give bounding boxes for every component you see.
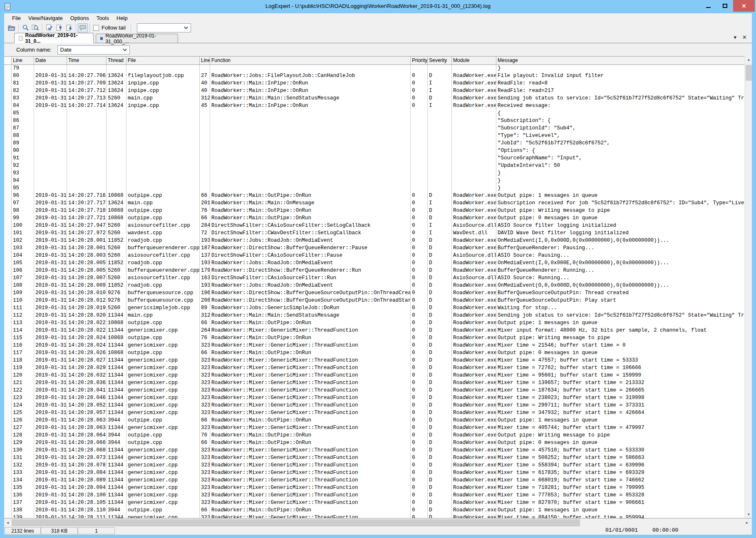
table-row[interactable]: 94}: [4, 177, 744, 185]
cell-function[interactable]: RoadWorker::Mixer::GenericMixer::ThreadF…: [210, 462, 411, 469]
cell-function[interactable]: DirectShowFilter::CAsioSourceFilter::Set…: [210, 222, 411, 230]
table-row[interactable]: 1162019-01-3114:20:28.02411344genericmix…: [4, 342, 744, 350]
cell-severity[interactable]: D: [428, 282, 452, 290]
cell-severity[interactable]: D: [428, 477, 452, 484]
cell-line2[interactable]: 45: [200, 102, 210, 110]
cell-date[interactable]: [34, 162, 67, 170]
table-row[interactable]: 93}: [4, 170, 744, 177]
cell-message[interactable]: Mixer time = 777853; buffer start time =…: [496, 492, 744, 499]
cell-line2[interactable]: 187: [200, 245, 210, 252]
cell-message[interactable]: }: [496, 170, 744, 177]
cell-line2[interactable]: [200, 140, 210, 147]
cell-module[interactable]: RoadWorker.exe: [452, 207, 496, 215]
search-file-button[interactable]: [30, 23, 40, 32]
cell-priority[interactable]: 0: [411, 305, 428, 312]
cell-line[interactable]: 121: [12, 379, 34, 387]
cell-function[interactable]: DirectShowFilter::CAsioSourceFilter::Run: [210, 275, 411, 282]
cell-line2[interactable]: 323: [200, 447, 210, 454]
cell-date[interactable]: 2019-01-31: [34, 350, 67, 357]
cell-function[interactable]: RoadWorker::Main::OutPipe::OnRun: [210, 439, 411, 447]
cell-function[interactable]: RoadWorker::DirectShow::BufferQueueSourc…: [210, 290, 411, 297]
cell-message[interactable]: BufferQueueRenderer: Running...: [496, 267, 744, 275]
cell-severity[interactable]: D: [428, 469, 452, 477]
cell-message[interactable]: }: [496, 185, 744, 192]
cell-function[interactable]: RoadWorker::Main::InPipe::OnRun: [210, 102, 411, 110]
cell-line[interactable]: 93: [12, 170, 34, 177]
cell-function[interactable]: RoadWorker::DirectShow::BufferQueueRende…: [210, 245, 411, 252]
cell-time[interactable]: [67, 155, 107, 162]
cell-line[interactable]: 116: [12, 342, 34, 350]
cell-message[interactable]: Output pipe: 1 messages in queue: [496, 417, 744, 424]
cell-date[interactable]: 2019-01-31: [34, 312, 67, 320]
cell-message[interactable]: OnMediaEvent(O,0,0x000D,0(0x00000000),0(…: [496, 282, 744, 290]
cell-time[interactable]: 14:20:28.029: [67, 364, 107, 372]
cell-line[interactable]: 103: [12, 245, 34, 252]
menu-options[interactable]: Options: [67, 14, 93, 22]
cell-line[interactable]: 130: [12, 447, 34, 454]
cell-file[interactable]: genericmixer.cpp: [126, 364, 200, 372]
cell-thread[interactable]: [107, 177, 126, 185]
cell-module[interactable]: RoadWorker.exe: [452, 379, 496, 387]
cell-file[interactable]: roadjob.cpp: [126, 260, 200, 267]
cell-function[interactable]: RoadWorker::Mixer::GenericMixer::ThreadF…: [210, 342, 411, 350]
cell-line2[interactable]: [200, 110, 210, 117]
cell-file[interactable]: bufferqueuesource.cpp: [126, 290, 200, 297]
table-row[interactable]: 86"Subscription": {: [4, 117, 744, 125]
cell-module[interactable]: RoadWorker.exe: [452, 102, 496, 110]
cell-module[interactable]: [452, 125, 496, 132]
cell-priority[interactable]: 0: [411, 417, 428, 424]
cell-line[interactable]: 111: [12, 305, 34, 312]
cell-file[interactable]: bufferqueuerenderer.cpp: [126, 267, 200, 275]
cell-line2[interactable]: 323: [200, 499, 210, 507]
cell-line[interactable]: 90: [12, 147, 34, 155]
cell-line[interactable]: 108: [12, 282, 34, 290]
cell-time[interactable]: 14:20:28.001: [67, 237, 107, 245]
table-row[interactable]: 1112019-01-3114:20:28.0195260genericsimp…: [4, 305, 744, 312]
cell-priority[interactable]: [411, 162, 428, 170]
cell-thread[interactable]: 10868: [107, 215, 126, 222]
cell-module[interactable]: AsioSource.dll: [452, 222, 496, 230]
cell-file[interactable]: genericmixer.cpp: [126, 357, 200, 364]
cell-thread[interactable]: 11344: [107, 402, 126, 409]
cell-function[interactable]: RoadWorker::Mixer::GenericMixer::ThreadF…: [210, 499, 411, 507]
cell-module[interactable]: RoadWorker.exe: [452, 95, 496, 102]
table-row[interactable]: 1152019-01-3114:20:28.02410868outpipe.cp…: [4, 335, 744, 342]
cell-module[interactable]: RoadWorker.exe: [452, 357, 496, 364]
cell-function[interactable]: [210, 132, 411, 140]
cell-line[interactable]: 134: [12, 477, 34, 484]
cell-severity[interactable]: D: [428, 335, 452, 342]
cell-date[interactable]: 2019-01-31: [34, 432, 67, 439]
cell-priority[interactable]: 0: [411, 95, 428, 102]
cell-thread[interactable]: 11344: [107, 312, 126, 320]
cell-line2[interactable]: 284: [200, 222, 210, 230]
cell-time[interactable]: 14:20:27.714: [67, 102, 107, 110]
cell-date[interactable]: 2019-01-31: [34, 462, 67, 469]
cell-date[interactable]: 2019-01-31: [34, 200, 67, 207]
cell-thread[interactable]: 13624: [107, 200, 126, 207]
cell-line[interactable]: 132: [12, 462, 34, 469]
cell-priority[interactable]: 0: [411, 275, 428, 282]
cell-date[interactable]: 2019-01-31: [34, 439, 67, 447]
cell-thread[interactable]: 13624: [107, 80, 126, 87]
cell-line[interactable]: 88: [12, 132, 34, 140]
cell-function[interactable]: RoadWorker::Main::Main::SendStatusMessag…: [210, 95, 411, 102]
cell-priority[interactable]: 0: [411, 252, 428, 260]
cell-module[interactable]: RoadWorker.exe: [452, 447, 496, 454]
cell-function[interactable]: [210, 117, 411, 125]
column-header-priority[interactable]: Priority: [411, 57, 428, 64]
cell-date[interactable]: 2019-01-31: [34, 335, 67, 342]
cell-module[interactable]: RoadWorker.exe: [452, 492, 496, 499]
vertical-scroll-thumb[interactable]: [746, 65, 752, 81]
cell-severity[interactable]: D: [428, 207, 452, 215]
cell-message[interactable]: Mixer time = 238023; buffer start time =…: [496, 394, 744, 402]
cell-thread[interactable]: 11344: [107, 469, 126, 477]
cell-thread[interactable]: 10868: [107, 207, 126, 215]
table-row[interactable]: 1182019-01-3114:20:28.02711344genericmix…: [4, 357, 744, 364]
cell-function[interactable]: RoadWorker::Main::InPipe::OnRun: [210, 80, 411, 87]
cell-function[interactable]: RoadWorker::Main::OutPipe::OnRun: [210, 417, 411, 424]
cell-date[interactable]: 2019-01-31: [34, 327, 67, 335]
cell-date[interactable]: 2019-01-31: [34, 409, 67, 417]
cell-file[interactable]: outpipe.cpp: [126, 417, 200, 424]
scroll-down-arrow-icon[interactable]: ▼: [745, 511, 752, 518]
table-row[interactable]: 1082019-01-3114:20:28.00911852roadjob.cp…: [4, 282, 744, 290]
